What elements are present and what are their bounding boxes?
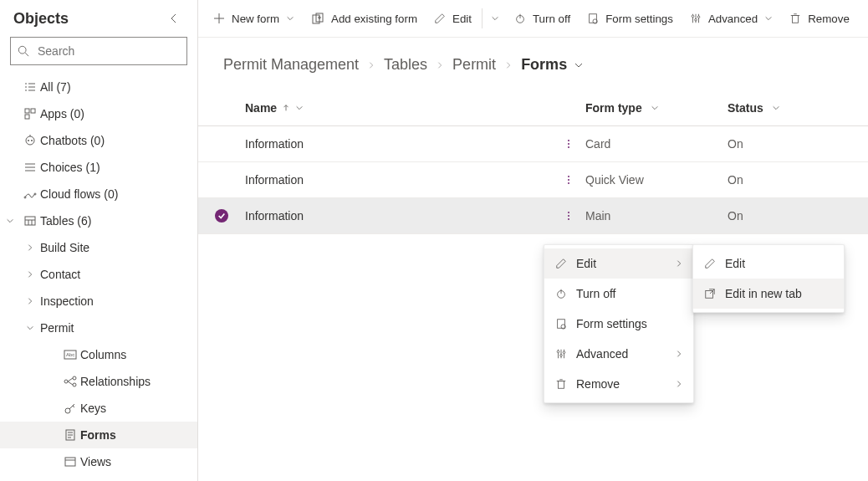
- more-vertical-icon: [563, 210, 574, 222]
- button-label: Edit: [452, 13, 472, 25]
- chevron-down-icon: [286, 14, 294, 23]
- nav-label: All: [40, 80, 54, 94]
- sort-asc-icon: [282, 104, 290, 112]
- row-more-button[interactable]: [555, 130, 582, 157]
- search-input[interactable]: [36, 43, 186, 59]
- new-form-button[interactable]: New form: [205, 0, 303, 37]
- svg-point-60: [568, 140, 569, 141]
- search-box[interactable]: [10, 37, 187, 65]
- cell-form-type: Quick View: [585, 173, 728, 187]
- delete-icon: [554, 378, 568, 390]
- nav-item-tables[interactable]: Tables (6): [0, 207, 197, 234]
- chevron-down-icon: [651, 104, 659, 112]
- ctx-remove[interactable]: Remove: [544, 369, 693, 399]
- svg-rect-10: [25, 115, 29, 119]
- ctx-label: Edit: [725, 257, 834, 270]
- tables-icon: [20, 214, 40, 228]
- sidebar-header: Objects: [0, 0, 197, 37]
- ctx-label: Turn off: [576, 287, 683, 300]
- ctx-label: Advanced: [576, 347, 666, 361]
- nav-item-inspection[interactable]: Inspection: [0, 288, 197, 315]
- nav-item-views[interactable]: Views: [0, 448, 197, 475]
- ctx-sub-edit[interactable]: Edit: [693, 248, 844, 279]
- button-label: Add existing form: [331, 13, 417, 25]
- chevron-down-icon: [491, 14, 499, 23]
- button-label: Advanced: [708, 13, 758, 25]
- svg-rect-8: [25, 109, 29, 113]
- breadcrumb-current: Forms: [521, 56, 584, 74]
- table-row[interactable]: Information Main On: [198, 198, 868, 234]
- table-row[interactable]: Information Card On: [198, 126, 868, 162]
- remove-button[interactable]: Remove: [781, 0, 858, 37]
- power-icon: [514, 13, 526, 24]
- sidebar-collapse-button[interactable]: [164, 8, 184, 28]
- column-label: Form type: [585, 101, 642, 115]
- nav-item-chatbots[interactable]: Chatbots (0): [0, 127, 197, 154]
- edit-button[interactable]: Edit: [426, 0, 480, 37]
- chevron-right-icon: [20, 297, 40, 305]
- nav-item-forms[interactable]: Forms: [0, 422, 197, 448]
- nav-item-permit[interactable]: Permit: [0, 315, 197, 341]
- chevron-right-icon: [675, 259, 683, 268]
- ctx-turn-off[interactable]: Turn off: [544, 279, 693, 309]
- svg-rect-20: [25, 217, 35, 225]
- chevron-right-icon: [20, 243, 40, 252]
- nav-label: Columns: [80, 348, 197, 361]
- row-more-button[interactable]: [555, 166, 582, 193]
- nav-label: Keys: [80, 402, 197, 415]
- breadcrumb-permit[interactable]: Permit: [452, 56, 496, 74]
- ctx-label: Edit in new tab: [725, 287, 834, 300]
- row-more-button[interactable]: [555, 202, 582, 229]
- column-header-form-type[interactable]: Form type: [585, 101, 728, 115]
- chevron-down-icon: [764, 14, 773, 23]
- sidebar-title: Objects: [13, 10, 69, 28]
- search-icon: [18, 45, 29, 57]
- nav-label: Forms: [80, 428, 197, 442]
- nav-item-keys[interactable]: Keys: [0, 395, 197, 422]
- ctx-form-settings[interactable]: Form settings: [544, 309, 693, 339]
- turn-off-button[interactable]: Turn off: [506, 0, 579, 37]
- nav-item-columns[interactable]: Abc Columns: [0, 341, 197, 368]
- ctx-edit[interactable]: Edit: [544, 248, 693, 279]
- nav-label: Views: [80, 455, 197, 468]
- column-header-name[interactable]: Name: [245, 101, 552, 115]
- svg-text:Abc: Abc: [66, 352, 74, 357]
- list-icon: [20, 80, 40, 94]
- svg-point-64: [568, 179, 569, 181]
- chevron-right-icon: [436, 61, 444, 69]
- edit-icon: [554, 258, 568, 269]
- nav-item-build-site[interactable]: Build Site: [0, 234, 197, 261]
- ctx-advanced[interactable]: Advanced: [544, 339, 693, 369]
- column-header-status[interactable]: Status: [728, 101, 868, 115]
- nav-item-relationships[interactable]: Relationships: [0, 368, 197, 395]
- ctx-sub-edit-new-tab[interactable]: Edit in new tab: [693, 279, 844, 309]
- chevron-down-icon: [772, 104, 780, 112]
- add-existing-form-button[interactable]: Add existing form: [303, 0, 426, 37]
- edit-split-button[interactable]: [484, 0, 506, 37]
- breadcrumb-dropdown[interactable]: [574, 60, 584, 70]
- advanced-icon: [690, 13, 702, 24]
- app-root: Objects All (7) Apps (0): [0, 0, 868, 481]
- svg-point-67: [568, 215, 569, 217]
- table-row[interactable]: Information Quick View On: [198, 162, 868, 198]
- nav-item-choices[interactable]: Choices (1): [0, 154, 197, 181]
- nav-item-cloud-flows[interactable]: Cloud flows (0): [0, 181, 197, 207]
- nav-count: (1): [85, 161, 100, 174]
- breadcrumb-app[interactable]: Permit Management: [223, 56, 359, 74]
- power-icon: [554, 288, 568, 299]
- nav-item-all[interactable]: All (7): [0, 74, 197, 100]
- form-settings-button[interactable]: Form settings: [579, 0, 682, 37]
- advanced-button[interactable]: Advanced: [682, 0, 781, 37]
- svg-point-76: [557, 351, 559, 353]
- breadcrumb-tables[interactable]: Tables: [384, 56, 427, 74]
- svg-point-62: [568, 146, 569, 148]
- nav-item-apps[interactable]: Apps (0): [0, 100, 197, 127]
- columns-icon: Abc: [60, 350, 80, 360]
- keys-icon: [60, 402, 80, 415]
- button-label: Turn off: [533, 13, 570, 25]
- cell-form-type: Card: [585, 137, 728, 151]
- nav-item-contact[interactable]: Contact: [0, 261, 197, 288]
- svg-point-78: [563, 351, 565, 354]
- svg-rect-79: [559, 381, 564, 389]
- chevron-down-icon: [295, 104, 304, 112]
